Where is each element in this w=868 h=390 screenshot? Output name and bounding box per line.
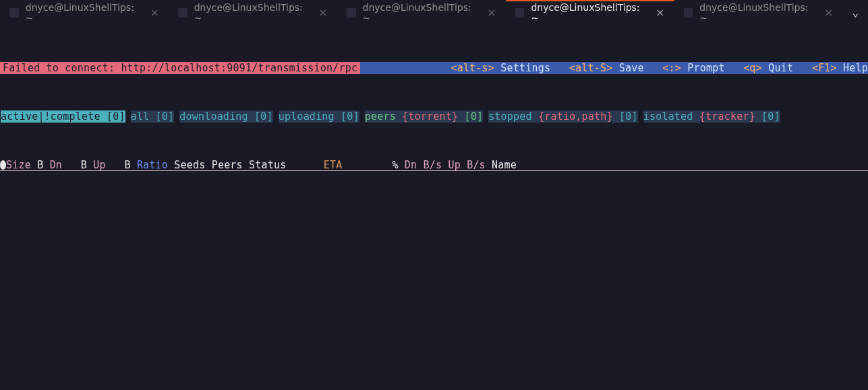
tab-title: dnyce@LinuxShellTips: ~ (194, 2, 312, 24)
keybind-help: <F1> Help (812, 62, 868, 74)
col-name: Name (492, 159, 517, 171)
filter-bar: active|!complete [0] all [0] downloading… (0, 110, 868, 123)
filter-uploading[interactable]: uploading [0] (279, 110, 359, 123)
close-icon[interactable]: × (150, 7, 158, 18)
col-uprate: Up B/s (448, 159, 492, 171)
keybind-quit: <q> Quit (743, 62, 793, 74)
col-pct: % (392, 159, 404, 171)
tab-title: dnyce@LinuxShellTips: ~ (531, 2, 649, 24)
terminal-content: Failed to connect: http://localhost:9091… (0, 26, 868, 195)
close-icon[interactable]: × (318, 7, 327, 18)
tab-title: dnyce@LinuxShellTips: ~ (699, 2, 817, 24)
filter-isolated[interactable]: isolated {tracker} [0] (643, 110, 780, 123)
close-icon[interactable]: × (656, 7, 664, 18)
col-dnrate: Dn B/s (405, 159, 449, 171)
filter-stopped[interactable]: stopped {ratio,path} [0] (488, 110, 638, 123)
keybind-settings: <alt-s> Settings (451, 62, 550, 74)
close-icon[interactable]: × (824, 7, 833, 18)
status-bar: Failed to connect: http://localhost:9091… (0, 62, 868, 74)
filter-downloading[interactable]: downloading [0] (179, 110, 272, 123)
col-b3: B (106, 159, 137, 171)
col-peers: Peers (205, 159, 242, 171)
col-b2: B (62, 159, 93, 171)
col-up: Up (93, 159, 105, 171)
filter-active[interactable]: active|!complete [0] (1, 110, 125, 123)
col-eta: ETA (324, 159, 355, 171)
cursor-icon (0, 160, 6, 170)
col-status: Status (243, 159, 324, 171)
col-dn: Dn (50, 159, 62, 171)
keybind-prompt: <:> Prompt (662, 62, 724, 74)
terminal-icon (9, 8, 19, 18)
terminal-tab-3[interactable]: dnyce@LinuxShellTips: ~ × (337, 0, 506, 26)
error-message: Failed to connect: http://localhost:9091… (0, 62, 360, 74)
terminal-icon (347, 8, 356, 18)
col-size: Size (6, 159, 31, 171)
col-b1: B (31, 159, 50, 171)
terminal-tab-2[interactable]: dnyce@LinuxShellTips: ~ × (169, 0, 337, 26)
chevron-down-icon[interactable]: ⌄ (842, 6, 868, 19)
filter-peers[interactable]: peers {torrent} [0] (365, 110, 483, 123)
col-under: _ (355, 159, 392, 171)
tab-title: dnyce@LinuxShellTips: ~ (363, 2, 481, 24)
terminal-icon (515, 8, 525, 18)
col-seeds: Seeds (168, 159, 205, 171)
status-spacer (360, 62, 451, 74)
tab-bar: dnyce@LinuxShellTips: ~ × dnyce@LinuxShe… (0, 0, 868, 26)
terminal-icon (684, 8, 693, 18)
column-headers: Size B Dn B Up B Ratio Seeds Peers Statu… (0, 159, 868, 171)
terminal-icon (178, 8, 187, 18)
terminal-tab-1[interactable]: dnyce@LinuxShellTips: ~ × (0, 0, 169, 26)
close-icon[interactable]: × (487, 7, 496, 18)
terminal-tab-4[interactable]: dnyce@LinuxShellTips: ~ × (506, 0, 674, 26)
col-ratio: Ratio (137, 159, 168, 171)
keybind-hints: <alt-s> Settings <alt-S> Save <:> Prompt… (451, 62, 868, 74)
keybind-save: <alt-S> Save (569, 62, 644, 74)
tab-title: dnyce@LinuxShellTips: ~ (26, 2, 144, 24)
terminal-tab-5[interactable]: dnyce@LinuxShellTips: ~ × (674, 0, 843, 26)
filter-all[interactable]: all [0] (131, 110, 175, 123)
